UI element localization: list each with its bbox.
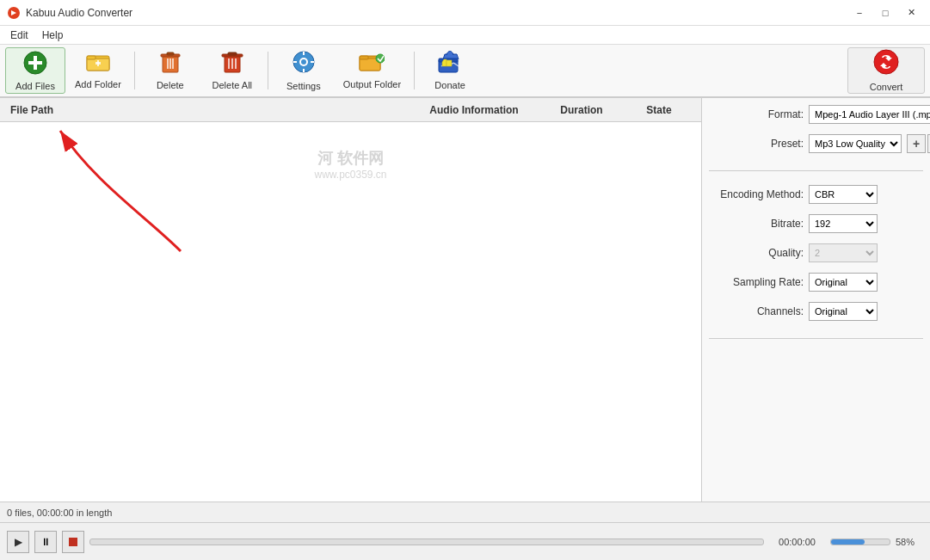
channels-row: Channels: Original Stereo Mono xyxy=(709,302,923,321)
pause-button[interactable]: ⏸ xyxy=(34,531,57,553)
settings-label: Settings xyxy=(286,81,321,91)
delete-button[interactable]: Delete xyxy=(140,47,200,94)
toolbar-sep-1 xyxy=(134,52,135,89)
menu-help[interactable]: Help xyxy=(35,28,71,43)
quality-select[interactable]: 2 xyxy=(809,243,878,262)
player-volume-fill xyxy=(831,539,865,545)
add-files-icon xyxy=(23,51,47,77)
bottom-divider xyxy=(709,338,923,339)
annotation-arrow xyxy=(9,122,224,268)
close-button[interactable]: ✕ xyxy=(899,3,923,22)
encoding-method-row: Encoding Method: CBR VBR ABR xyxy=(709,185,923,204)
delete-label: Delete xyxy=(157,80,184,90)
preset-select[interactable]: Mp3 Low Quality xyxy=(809,134,902,153)
donate-button[interactable]: Donate xyxy=(420,47,480,94)
convert-label: Convert xyxy=(870,82,903,92)
col-audio-info: Audio Information xyxy=(405,104,543,116)
donate-label: Donate xyxy=(434,80,465,90)
restore-button[interactable]: □ xyxy=(873,3,897,22)
add-folder-label: Add Folder xyxy=(75,79,121,89)
title-bar-left: Kabuu Audio Converter xyxy=(7,6,132,20)
play-button[interactable]: ▶ xyxy=(7,531,29,553)
main-content: File Path Audio Information Duration Sta… xyxy=(0,98,930,502)
delete-icon xyxy=(160,51,181,77)
preset-add-button[interactable]: + xyxy=(907,134,926,153)
svg-rect-26 xyxy=(293,61,297,63)
player-progress-bar[interactable] xyxy=(89,538,764,545)
output-folder-button[interactable]: Output Folder xyxy=(336,47,409,94)
toolbar-sep-2 xyxy=(268,52,268,89)
player-time: 00:00:00 xyxy=(769,537,825,547)
encoding-method-label: Encoding Method: xyxy=(709,188,804,200)
svg-rect-25 xyxy=(303,69,305,72)
right-panel: Format: Mpeg-1 Audio Layer III (.mp3) Pr… xyxy=(702,98,930,502)
add-files-button[interactable]: Add Files xyxy=(5,47,65,94)
svg-point-23 xyxy=(301,59,306,65)
toolbar: Add Files Add Folder Delete xyxy=(0,45,930,98)
preset-label: Preset: xyxy=(709,138,804,150)
menu-edit[interactable]: Edit xyxy=(3,28,35,43)
svg-rect-18 xyxy=(228,58,230,69)
player-volume-bar[interactable] xyxy=(830,538,890,545)
preset-actions: + xyxy=(907,134,930,153)
channels-label: Channels: xyxy=(709,305,804,317)
sampling-rate-row: Sampling Rate: Original 44100 48000 xyxy=(709,273,923,292)
svg-point-34 xyxy=(874,50,898,74)
settings-button[interactable]: Settings xyxy=(274,47,334,94)
svg-rect-13 xyxy=(169,58,171,69)
status-text: 0 files, 00:00:00 in length xyxy=(7,508,112,518)
stop-button[interactable] xyxy=(62,531,84,553)
format-row: Format: Mpeg-1 Audio Layer III (.mp3) xyxy=(709,105,923,124)
quality-row: Quality: 2 xyxy=(709,243,923,262)
svg-rect-27 xyxy=(311,61,314,63)
sampling-rate-label: Sampling Rate: xyxy=(709,276,804,288)
svg-rect-37 xyxy=(69,538,77,546)
encoding-method-select[interactable]: CBR VBR ABR xyxy=(809,185,878,204)
settings-icon xyxy=(292,50,316,77)
file-list-header: File Path Audio Information Duration Sta… xyxy=(0,98,701,122)
svg-rect-14 xyxy=(172,58,174,69)
bitrate-label: Bitrate: xyxy=(709,218,804,230)
app-title: Kabuu Audio Converter xyxy=(26,7,132,19)
convert-button[interactable]: Convert xyxy=(847,47,925,94)
stop-icon xyxy=(68,537,78,547)
file-list-area: File Path Audio Information Duration Sta… xyxy=(0,98,702,502)
svg-rect-6 xyxy=(87,56,95,59)
output-folder-label: Output Folder xyxy=(343,79,401,89)
svg-rect-30 xyxy=(360,56,368,59)
col-state: State xyxy=(620,104,698,116)
delete-all-label: Delete All xyxy=(212,80,252,90)
svg-rect-24 xyxy=(303,52,305,55)
svg-rect-19 xyxy=(231,58,233,69)
status-bar: 0 files, 00:00:00 in length xyxy=(0,502,930,522)
donate-icon xyxy=(438,51,462,77)
svg-rect-17 xyxy=(228,52,237,55)
minimize-button[interactable]: − xyxy=(847,3,871,22)
window-controls: − □ ✕ xyxy=(847,3,923,22)
bitrate-select[interactable]: 128 160 192 256 320 xyxy=(809,214,878,233)
menu-bar: Edit Help xyxy=(0,26,930,45)
add-files-label: Add Files xyxy=(15,81,55,91)
format-select[interactable]: Mpeg-1 Audio Layer III (.mp3) xyxy=(809,105,930,124)
quality-label: Quality: xyxy=(709,247,804,259)
delete-all-icon xyxy=(220,51,244,77)
sampling-rate-select[interactable]: Original 44100 48000 xyxy=(809,273,878,292)
col-filepath: File Path xyxy=(3,104,405,116)
player-volume-pct: 58% xyxy=(896,537,923,547)
app-icon xyxy=(7,6,21,20)
svg-rect-3 xyxy=(28,61,42,65)
title-bar: Kabuu Audio Converter − □ ✕ xyxy=(0,0,930,26)
channels-select[interactable]: Original Stereo Mono xyxy=(809,302,878,321)
delete-all-button[interactable]: Delete All xyxy=(202,47,262,94)
svg-rect-8 xyxy=(97,60,99,66)
player-bar: ▶ ⏸ 00:00:00 58% xyxy=(0,522,930,560)
output-folder-icon xyxy=(359,52,385,76)
add-folder-icon xyxy=(86,52,110,76)
toolbar-sep-3 xyxy=(414,52,415,89)
format-label: Format: xyxy=(709,108,804,120)
bitrate-row: Bitrate: 128 160 192 256 320 xyxy=(709,214,923,233)
svg-rect-11 xyxy=(167,52,174,55)
settings-divider xyxy=(709,170,923,171)
add-folder-button[interactable]: Add Folder xyxy=(67,47,129,94)
watermark: 河 软件网 www.pc0359.cn xyxy=(0,148,701,181)
